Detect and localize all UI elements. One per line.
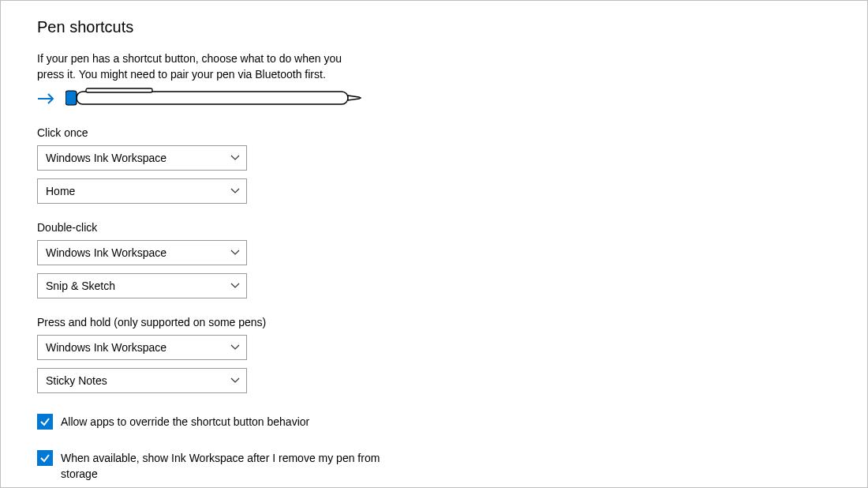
select-double-click-secondary[interactable]: Snip & Sketch	[37, 273, 247, 298]
select-value: Home	[46, 185, 75, 197]
chevron-down-icon	[230, 283, 240, 289]
select-click-once-primary[interactable]: Windows Ink Workspace	[37, 145, 247, 171]
label-press-hold: Press and hold (only supported on some p…	[37, 316, 831, 328]
pen-icon	[65, 88, 364, 111]
checkbox-show-ink-workspace[interactable]	[37, 450, 53, 466]
svg-rect-3	[86, 88, 152, 92]
select-value: Windows Ink Workspace	[46, 341, 166, 354]
select-value: Snip & Sketch	[46, 280, 115, 292]
page-title: Pen shortcuts	[37, 18, 831, 36]
select-press-hold-primary[interactable]: Windows Ink Workspace	[37, 335, 247, 360]
svg-rect-1	[77, 92, 348, 104]
select-click-once-secondary[interactable]: Home	[37, 178, 247, 204]
chevron-down-icon	[230, 377, 240, 384]
svg-rect-2	[65, 91, 77, 105]
arrow-right-icon	[37, 92, 56, 106]
chevron-down-icon	[230, 344, 240, 351]
select-double-click-primary[interactable]: Windows Ink Workspace	[37, 240, 247, 265]
label-click-once: Click once	[37, 126, 831, 139]
checkbox-show-ink-workspace-label: When available, show Ink Workspace after…	[61, 450, 384, 482]
checkbox-allow-override[interactable]	[37, 414, 53, 430]
label-double-click: Double-click	[37, 221, 831, 234]
chevron-down-icon	[230, 155, 240, 161]
page-description: If your pen has a shortcut button, choos…	[37, 51, 365, 83]
chevron-down-icon	[230, 250, 240, 256]
checkbox-show-ink-workspace-row: When available, show Ink Workspace after…	[37, 450, 384, 482]
check-icon	[39, 416, 51, 427]
select-value: Windows Ink Workspace	[46, 246, 166, 259]
select-press-hold-secondary[interactable]: Sticky Notes	[37, 368, 247, 393]
select-value: Windows Ink Workspace	[46, 152, 166, 164]
checkbox-allow-override-row: Allow apps to override the shortcut butt…	[37, 414, 384, 430]
check-icon	[39, 452, 51, 464]
chevron-down-icon	[230, 188, 240, 194]
pen-illustration-row	[37, 88, 831, 111]
checkbox-allow-override-label: Allow apps to override the shortcut butt…	[61, 414, 309, 430]
select-value: Sticky Notes	[46, 374, 107, 387]
